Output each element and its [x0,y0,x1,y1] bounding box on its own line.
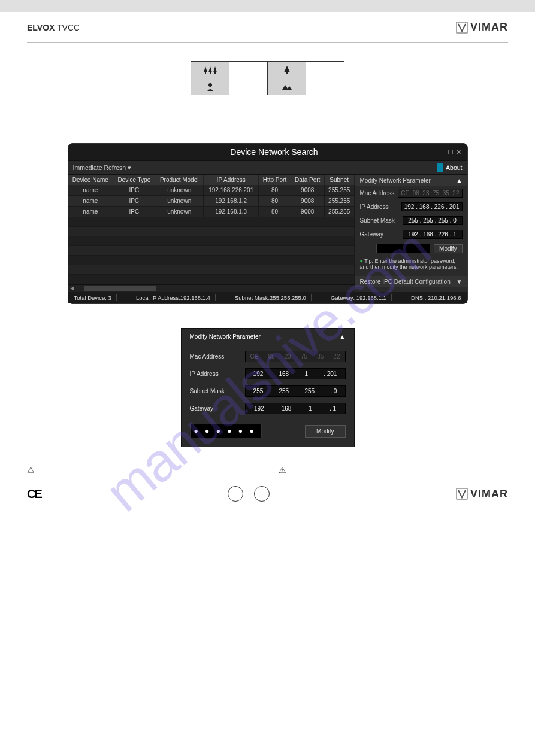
status-dns: DNS : 210.21.196.6 [406,294,462,301]
warning-icon: ⚠ [279,465,286,475]
password-input[interactable]: ● ● ● ● ● ● [190,424,262,438]
mnp2-title: Modify Network Parameter [190,333,261,340]
subnet-field[interactable]: 255 . 255 . 255 . 0 [403,216,463,225]
vimar-text: VIMAR [470,21,508,34]
status-subnet: Subnet Mask:255.255.255.0 [230,294,312,301]
empty-cell [229,62,268,78]
collapse-icon[interactable]: ▲ [457,177,463,184]
dns-title: Device Network Search [230,147,318,157]
vimar-text: VIMAR [470,488,508,500]
device-list-pane: Device Name Device Type Product Model IP… [68,175,355,292]
status-gateway: Gateway: 192.168.1.1 [326,294,392,301]
restore-label[interactable]: Restore IPC Default Configuration [360,278,451,285]
table-row[interactable]: nameIPCunknown192.168.1.3809008255.255 [68,207,355,217]
device-table: Device Name Device Type Product Model IP… [68,175,355,284]
collapse-icon[interactable]: ▲ [340,333,346,340]
refresh-dropdown[interactable]: Immediate Refresh ▾ [73,164,132,171]
col-device-type[interactable]: Device Type [113,175,155,185]
close-button[interactable]: ✕ [456,148,461,156]
empty-cell [229,78,268,95]
page-circle [228,486,243,502]
subnet-field[interactable]: 255255255. 0 [245,385,346,397]
header-rule [27,42,508,43]
brand-logo-footer: VIMAR [456,488,508,500]
col-product-model[interactable]: Product Model [155,175,204,185]
warning-icon: ⚠ [27,465,35,475]
about-button[interactable]: About [437,163,462,172]
page-circle [254,486,270,502]
page-header: ELVOX TVCC VIMAR [0,12,535,40]
tree-icon-cell [268,62,306,78]
mac-field: CE9823753522 [245,351,346,362]
page-circles [228,486,270,502]
dns-toolbar: Immediate Refresh ▾ About [68,160,467,175]
modify-network-panel: Modify Network Parameter ▲ Mac Address C… [355,175,467,292]
status-local-ip: Local IP Address:192.168.1.4 [131,294,216,301]
tip-text: Tip: Enter the administrator password, a… [355,256,467,272]
password-input[interactable] [376,244,430,253]
window-topbar [0,0,535,12]
brand-light: TVCC [57,23,80,32]
gateway-field[interactable]: 192 . 168 . 226 . 1 [403,230,463,239]
brand-bold: ELVOX [27,23,55,32]
trees-icon-cell [191,62,229,78]
svg-rect-3 [214,72,216,74]
landscape-icon-cell [268,78,306,95]
empty-cell [306,78,344,95]
mac-label: Mac Address [360,190,395,196]
brand-logo-right: VIMAR [456,21,508,34]
svg-rect-1 [205,72,206,74]
footer-rule [27,481,508,481]
col-ip-address[interactable]: IP Address [204,175,259,185]
table-row[interactable]: nameIPCunknown192.168.226.201809008255.2… [68,185,355,196]
ip-field[interactable]: 1921681. 201 [245,368,346,379]
tree-icon [282,65,292,75]
ip-field[interactable]: 192 . 168 . 226 . 201 [401,202,463,211]
landscape-icon [282,83,292,91]
modify-button[interactable]: Modify [305,425,345,438]
svg-rect-4 [286,72,288,74]
expand-icon[interactable]: ▼ [457,278,463,285]
mac-label: Mac Address [190,353,238,360]
col-data-port[interactable]: Data Port [291,175,324,185]
device-network-search-window: Device Network Search — ☐ ✕ Immediate Re… [68,143,468,304]
svg-point-5 [208,83,212,87]
warning-row: ⚠ ⚠ [0,465,535,475]
vimar-mark-icon [456,488,468,500]
mac-field: CE :98 :23 :75 :35 :22 [398,189,462,198]
gateway-label: Gateway [360,231,383,238]
table-row[interactable]: nameIPCunknown192.168.1.2809008255.255 [68,196,355,207]
gateway-field[interactable]: 1921681. 1 [245,403,346,414]
empty-cell [306,62,344,78]
dns-titlebar: Device Network Search — ☐ ✕ [68,144,467,160]
minimize-button[interactable]: — [439,148,445,156]
col-subnet[interactable]: Subnet [324,175,354,185]
status-bar: Total Device: 3 Local IP Address:192.168… [68,292,467,303]
about-icon [437,163,443,172]
modify-network-panel-detail: Modify Network Parameter ▲ Mac Address C… [181,328,355,447]
ce-mark: CE [27,487,41,501]
modify-button[interactable]: Modify [434,244,462,253]
person-icon [205,82,215,92]
mnp-title: Modify Network Parameter [360,177,431,184]
trees-icon [202,65,218,75]
col-device-name[interactable]: Device Name [68,175,113,185]
about-label: About [446,164,462,171]
ip-label: IP Address [190,371,238,377]
svg-rect-2 [210,72,211,74]
ip-label: IP Address [360,204,389,210]
icon-legend-table [191,61,344,95]
brand-left: ELVOX TVCC [27,23,80,32]
status-total: Total Device: 3 [73,294,117,301]
col-http-port[interactable]: Http Port [259,175,291,185]
maximize-button[interactable]: ☐ [448,148,454,156]
subnet-label: Subnet Mask [190,388,238,394]
page-footer: CE VIMAR [0,486,535,514]
vimar-mark-icon [456,22,468,34]
person-icon-cell [191,78,229,95]
horizontal-scrollbar[interactable]: ◀ [68,284,355,292]
subnet-label: Subnet Mask [360,217,395,224]
gateway-label: Gateway [190,405,238,412]
